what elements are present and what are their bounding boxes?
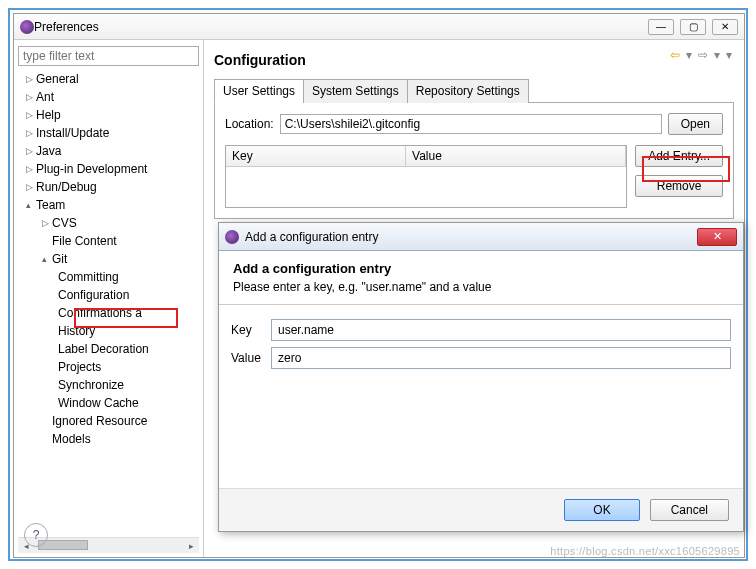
dialog-header: Add a configuration entry Please enter a…: [219, 251, 743, 305]
tree-item-plugin[interactable]: ▷Plug-in Development: [18, 160, 199, 178]
titlebar: Preferences — ▢ ✕: [14, 14, 744, 40]
dialog-titlebar: Add a configuration entry ✕: [219, 223, 743, 251]
key-input[interactable]: [271, 319, 731, 341]
tab-user-settings[interactable]: User Settings: [214, 79, 304, 103]
dialog-description: Please enter a key, e.g. "user.name" and…: [233, 280, 729, 294]
back-menu-icon[interactable]: ▾: [684, 48, 694, 62]
col-key[interactable]: Key: [226, 146, 406, 166]
menu-icon[interactable]: ▾: [724, 48, 734, 62]
watermark: https://blog.csdn.net/xxc1605629895: [550, 545, 740, 557]
add-entry-button[interactable]: Add Entry...: [635, 145, 723, 167]
location-label: Location:: [225, 117, 274, 131]
back-icon[interactable]: ⇦: [668, 48, 682, 62]
value-input[interactable]: [271, 347, 731, 369]
value-label: Value: [231, 351, 271, 365]
ok-button[interactable]: OK: [564, 499, 639, 521]
close-button[interactable]: ✕: [712, 19, 738, 35]
cancel-button[interactable]: Cancel: [650, 499, 729, 521]
col-value[interactable]: Value: [406, 146, 626, 166]
add-entry-dialog: Add a configuration entry ✕ Add a config…: [218, 222, 744, 532]
dialog-heading: Add a configuration entry: [233, 261, 729, 276]
tree-item-configuration[interactable]: Configuration: [18, 286, 199, 304]
nav-icons: ⇦▾ ⇨▾ ▾: [668, 48, 734, 62]
tabs: User Settings System Settings Repository…: [214, 78, 734, 103]
scroll-right-icon[interactable]: ▸: [183, 538, 199, 554]
tree-item-models[interactable]: Models: [18, 430, 199, 448]
key-label: Key: [231, 323, 271, 337]
help-button[interactable]: ?: [24, 523, 48, 547]
tree-item-confirmations[interactable]: Confirmations a: [18, 304, 199, 322]
tree-item-git[interactable]: ▴Git: [18, 250, 199, 268]
tree-item-ant[interactable]: ▷Ant: [18, 88, 199, 106]
tree-item-team[interactable]: ▴Team: [18, 196, 199, 214]
minimize-button[interactable]: —: [648, 19, 674, 35]
tree-item-help[interactable]: ▷Help: [18, 106, 199, 124]
tree-item-cvs[interactable]: ▷CVS: [18, 214, 199, 232]
tree-item-run[interactable]: ▷Run/Debug: [18, 178, 199, 196]
window-title: Preferences: [34, 20, 648, 34]
dialog-title: Add a configuration entry: [245, 230, 697, 244]
config-table[interactable]: Key Value: [225, 145, 627, 208]
eclipse-icon: [225, 230, 239, 244]
tree-item-projects[interactable]: Projects: [18, 358, 199, 376]
location-input[interactable]: C:\Users\shilei2\.gitconfig: [280, 114, 662, 134]
filter-input[interactable]: [18, 46, 199, 66]
tree-item-java[interactable]: ▷Java: [18, 142, 199, 160]
page-title: Configuration: [214, 52, 668, 68]
tree-item-filecontent[interactable]: File Content: [18, 232, 199, 250]
eclipse-icon: [20, 20, 34, 34]
open-button[interactable]: Open: [668, 113, 723, 135]
sidebar: ▷General ▷Ant ▷Help ▷Install/Update ▷Jav…: [14, 40, 204, 557]
forward-menu-icon[interactable]: ▾: [712, 48, 722, 62]
tree-item-synchronize[interactable]: Synchronize: [18, 376, 199, 394]
tree-item-labeldec[interactable]: Label Decoration: [18, 340, 199, 358]
tree-item-history[interactable]: History: [18, 322, 199, 340]
preference-tree[interactable]: ▷General ▷Ant ▷Help ▷Install/Update ▷Jav…: [18, 70, 199, 537]
tree-item-install[interactable]: ▷Install/Update: [18, 124, 199, 142]
tree-item-general[interactable]: ▷General: [18, 70, 199, 88]
maximize-button[interactable]: ▢: [680, 19, 706, 35]
dialog-close-button[interactable]: ✕: [697, 228, 737, 246]
tree-item-windowcache[interactable]: Window Cache: [18, 394, 199, 412]
forward-icon[interactable]: ⇨: [696, 48, 710, 62]
tab-repository-settings[interactable]: Repository Settings: [407, 79, 529, 103]
tree-item-committing[interactable]: Committing: [18, 268, 199, 286]
tree-item-ignored[interactable]: Ignored Resource: [18, 412, 199, 430]
settings-panel: Location: C:\Users\shilei2\.gitconfig Op…: [214, 103, 734, 219]
remove-button[interactable]: Remove: [635, 175, 723, 197]
tab-system-settings[interactable]: System Settings: [303, 79, 408, 103]
